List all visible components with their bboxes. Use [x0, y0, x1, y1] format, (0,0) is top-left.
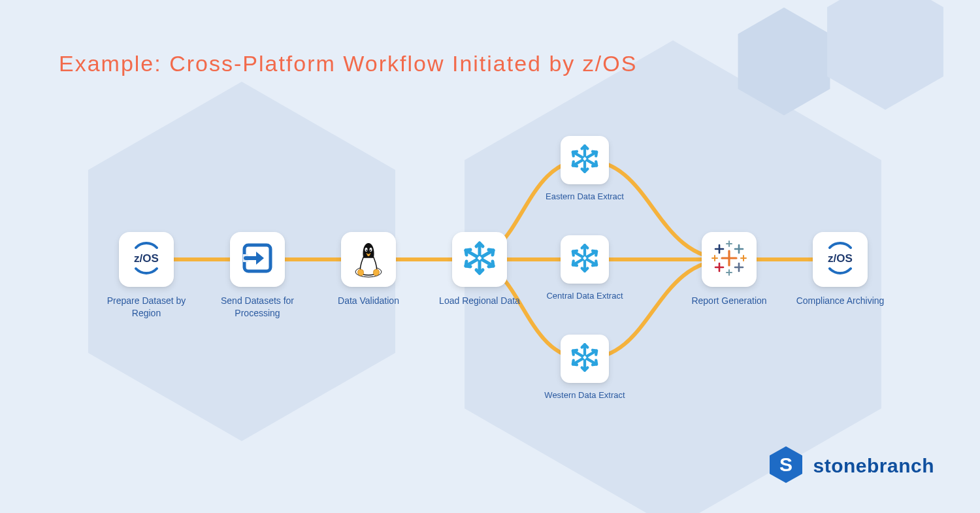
- node-load-regional: Load Regional Data: [434, 232, 525, 307]
- card: z/OS: [813, 232, 868, 287]
- node-eastern-extract: Eastern Data Extract: [539, 136, 630, 203]
- node-label: Send Datasets for Processing: [212, 295, 303, 320]
- bg-hex-top-right-2: [823, 0, 947, 111]
- node-label: Compliance Archiving: [794, 295, 886, 307]
- node-label: Prepare Dataset by Region: [101, 295, 192, 320]
- card: z/OS: [119, 232, 174, 287]
- svg-point-9: [365, 248, 368, 252]
- brand-mark-letter: S: [779, 454, 792, 475]
- card: [561, 335, 609, 383]
- svg-marker-2: [738, 8, 830, 116]
- node-data-validation: Data Validation: [323, 232, 414, 307]
- card: [561, 235, 609, 284]
- card: [452, 232, 507, 287]
- linux-tux-icon: [350, 238, 387, 281]
- brand-hex-icon: S: [768, 445, 804, 487]
- snowflake-icon: [461, 239, 498, 280]
- node-label: Report Generation: [683, 295, 775, 307]
- arrow-in-icon: [239, 240, 276, 279]
- card: [702, 232, 757, 287]
- node-western-extract: Western Data Extract: [539, 335, 630, 401]
- node-compliance-archiving: z/OS Compliance Archiving: [794, 232, 886, 307]
- bg-hex-top-right-1: [735, 7, 833, 116]
- node-prepare-dataset: z/OS Prepare Dataset by Region: [101, 232, 192, 320]
- node-label: Data Validation: [323, 295, 414, 307]
- card: [230, 232, 285, 287]
- node-label: Eastern Data Extract: [539, 191, 630, 203]
- node-label: Western Data Extract: [539, 389, 630, 401]
- card: [561, 136, 609, 184]
- svg-point-12: [370, 250, 371, 251]
- snowflake-icon: [568, 341, 601, 376]
- node-report-generation: Report Generation: [683, 232, 775, 307]
- card: [341, 232, 396, 287]
- snowflake-icon: [568, 242, 601, 277]
- svg-point-11: [366, 250, 367, 251]
- zos-icon: z/OS: [127, 239, 166, 280]
- node-central-extract: Central Data Extract: [539, 235, 630, 302]
- zos-icon: z/OS: [821, 239, 860, 280]
- tableau-icon: [710, 239, 748, 280]
- svg-point-10: [370, 248, 372, 252]
- svg-marker-3: [827, 0, 943, 110]
- node-send-datasets: Send Datasets for Processing: [212, 232, 303, 320]
- snowflake-icon: [568, 142, 601, 178]
- svg-text:z/OS: z/OS: [828, 252, 853, 265]
- diagram-title: Example: Cross-Platform Workflow Initiat…: [59, 51, 637, 76]
- svg-text:z/OS: z/OS: [134, 252, 159, 265]
- node-label: Load Regional Data: [434, 295, 525, 307]
- brand-logo: S stonebranch: [768, 445, 934, 487]
- brand-name: stonebranch: [813, 455, 934, 477]
- node-label: Central Data Extract: [539, 290, 630, 302]
